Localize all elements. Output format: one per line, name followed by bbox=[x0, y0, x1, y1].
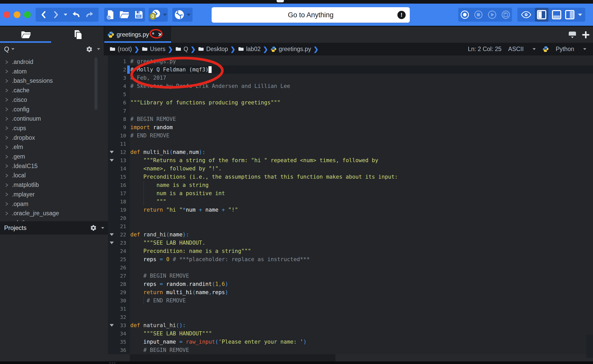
code-line-18[interactable]: """ bbox=[130, 197, 593, 206]
tab-files-pane[interactable] bbox=[52, 27, 104, 43]
new-file-icon[interactable] bbox=[106, 10, 115, 20]
code-line-2[interactable]: # Molly Q Feldman (mqf3) bbox=[130, 65, 593, 74]
save-file-icon[interactable] bbox=[134, 10, 143, 19]
list-item[interactable]: .mplayer bbox=[0, 190, 108, 199]
list-item[interactable]: .config bbox=[0, 105, 108, 114]
projects-section-header[interactable]: Projects bbox=[0, 221, 108, 235]
language-select[interactable]: Python bbox=[556, 46, 574, 53]
toggle-left-pane-button[interactable] bbox=[535, 8, 548, 22]
record-macro-icon[interactable] bbox=[460, 10, 469, 19]
minimize-window-button[interactable] bbox=[14, 11, 20, 18]
list-item[interactable]: .elm bbox=[0, 142, 108, 152]
code-line-10[interactable]: # END REMOVE bbox=[130, 131, 593, 140]
code-line-22[interactable]: def rand_hi(name): bbox=[130, 230, 593, 239]
places-settings[interactable] bbox=[86, 46, 100, 53]
code-line-20[interactable] bbox=[130, 214, 593, 222]
chevron-right-icon[interactable] bbox=[5, 202, 9, 206]
save-macro-icon[interactable] bbox=[501, 10, 510, 19]
code-line-11[interactable] bbox=[130, 140, 593, 148]
chevron-right-icon[interactable] bbox=[5, 60, 9, 64]
chevron-right-icon[interactable] bbox=[5, 135, 9, 140]
goto-anything-input[interactable]: Go to Anything ! bbox=[212, 7, 410, 23]
code-line-27[interactable]: # BEGIN REMOVE bbox=[130, 272, 593, 280]
code-line-26[interactable] bbox=[130, 263, 593, 272]
nav-history-dropdown-icon[interactable] bbox=[64, 14, 67, 16]
code-line-5[interactable] bbox=[130, 90, 593, 98]
code-line-23[interactable]: """SEE LAB HANDOUT. bbox=[130, 239, 593, 247]
fold-marker-icon[interactable] bbox=[110, 324, 114, 327]
chevron-right-icon[interactable] bbox=[5, 164, 9, 168]
list-item[interactable]: .local bbox=[0, 171, 108, 180]
list-item[interactable]: .dropbox bbox=[0, 133, 108, 143]
code-line-7[interactable] bbox=[130, 107, 593, 115]
list-item[interactable]: .bash_sessions bbox=[0, 76, 108, 86]
toggle-bottom-pane-button[interactable] bbox=[552, 10, 562, 20]
code-line-30[interactable]: # END REMOVE bbox=[130, 296, 593, 305]
new-tab-icon[interactable] bbox=[582, 31, 589, 38]
code-line-13[interactable]: """Returns a string of the form: "hi " r… bbox=[130, 156, 593, 164]
chevron-right-icon[interactable] bbox=[5, 97, 9, 102]
line-col-indicator[interactable]: Ln: 2 Col: 25 bbox=[468, 46, 501, 53]
code-line-3[interactable]: # Feb, 2017 bbox=[130, 74, 593, 82]
fold-marker-icon[interactable] bbox=[110, 242, 114, 244]
fold-marker-icon[interactable] bbox=[110, 159, 114, 162]
chevron-right-icon[interactable] bbox=[5, 107, 9, 112]
tab-greetings-py[interactable]: greetings.py * ✕ bbox=[104, 27, 171, 43]
browser-preview-dropdown-icon[interactable] bbox=[187, 14, 191, 16]
code-line-34[interactable]: """SEE LAB HANDOUT""" bbox=[130, 329, 593, 338]
list-item[interactable]: .gem bbox=[0, 152, 108, 161]
chevron-right-icon[interactable] bbox=[5, 126, 9, 130]
preview-eye-icon[interactable] bbox=[521, 11, 532, 19]
syntax-check-dropdown-icon[interactable] bbox=[163, 14, 167, 16]
code-line-15[interactable]: Preconditions (i.e., the assumptions tha… bbox=[130, 173, 593, 181]
chevron-right-icon[interactable] bbox=[5, 79, 9, 83]
code-line-12[interactable]: def multi_hi(name,num): bbox=[130, 148, 593, 156]
code-line-36[interactable]: # BEGIN REMOVE bbox=[130, 346, 593, 354]
code-line-19[interactable]: return "hi "*num + name + "!" bbox=[130, 206, 593, 214]
code-line-9[interactable]: import random bbox=[130, 123, 593, 131]
chevron-right-icon[interactable] bbox=[5, 211, 9, 216]
chevron-right-icon[interactable] bbox=[5, 183, 9, 187]
list-item[interactable]: .atom bbox=[0, 67, 108, 76]
sidebar-scrollbar[interactable] bbox=[94, 57, 98, 110]
breadcrumb-item[interactable]: lab02 bbox=[238, 46, 261, 53]
notification-icon[interactable]: ! bbox=[397, 11, 406, 19]
places-filter-select[interactable]: Q bbox=[4, 45, 9, 53]
play-macro-icon[interactable] bbox=[487, 10, 497, 19]
list-item[interactable]: .cache bbox=[0, 86, 108, 95]
list-item[interactable]: .opam bbox=[0, 199, 108, 209]
tab-list-icon[interactable] bbox=[568, 30, 577, 39]
globe-icon[interactable] bbox=[174, 10, 184, 20]
code-line-28[interactable]: reps = random.randint(1,6) bbox=[130, 280, 593, 288]
chevron-right-icon[interactable] bbox=[5, 117, 9, 121]
back-icon[interactable] bbox=[40, 10, 48, 19]
breadcrumb-item[interactable]: Users bbox=[142, 46, 165, 53]
code-line-14[interactable]: <name>, followed by "!". bbox=[130, 164, 593, 173]
code-line-17[interactable]: num is a positive int bbox=[130, 189, 593, 197]
close-window-button[interactable] bbox=[3, 11, 10, 18]
editor-text-area[interactable]: # greetings.py# Molly Q Feldman (mqf3)# … bbox=[130, 55, 593, 354]
projects-settings[interactable] bbox=[90, 225, 104, 231]
code-line-8[interactable]: # BEGIN REMOVE bbox=[130, 115, 593, 123]
chevron-right-icon[interactable] bbox=[5, 88, 9, 93]
chevron-right-icon[interactable] bbox=[5, 192, 9, 197]
fold-marker-icon[interactable] bbox=[110, 233, 114, 236]
encoding-select[interactable]: ASCII bbox=[508, 46, 524, 53]
code-line-16[interactable]: name is a string bbox=[130, 181, 593, 189]
code-line-33[interactable]: def natural_hi(): bbox=[130, 321, 593, 329]
list-item[interactable]: .cups bbox=[0, 123, 108, 133]
code-line-6[interactable]: """Library of functions producing greeti… bbox=[130, 98, 593, 107]
code-line-1[interactable]: # greetings.py bbox=[130, 57, 593, 65]
code-line-24[interactable]: Precondition: name is a string""" bbox=[130, 247, 593, 255]
list-item[interactable]: .continuum bbox=[0, 114, 108, 123]
chevron-right-icon[interactable] bbox=[5, 145, 9, 150]
editor-scrollbar-corner[interactable] bbox=[586, 335, 593, 358]
code-line-32[interactable] bbox=[130, 313, 593, 321]
fold-marker-icon[interactable] bbox=[110, 151, 114, 153]
view-dropdown-icon[interactable] bbox=[578, 14, 582, 16]
list-item[interactable]: .oracle_jre_usage bbox=[0, 209, 108, 218]
breadcrumb-item[interactable]: (root) bbox=[109, 46, 132, 53]
code-line-25[interactable]: reps = 0 # ***placeholder: replace as in… bbox=[130, 255, 593, 263]
open-file-icon[interactable] bbox=[119, 10, 130, 19]
breadcrumb-item[interactable]: greetings.py bbox=[270, 46, 311, 53]
